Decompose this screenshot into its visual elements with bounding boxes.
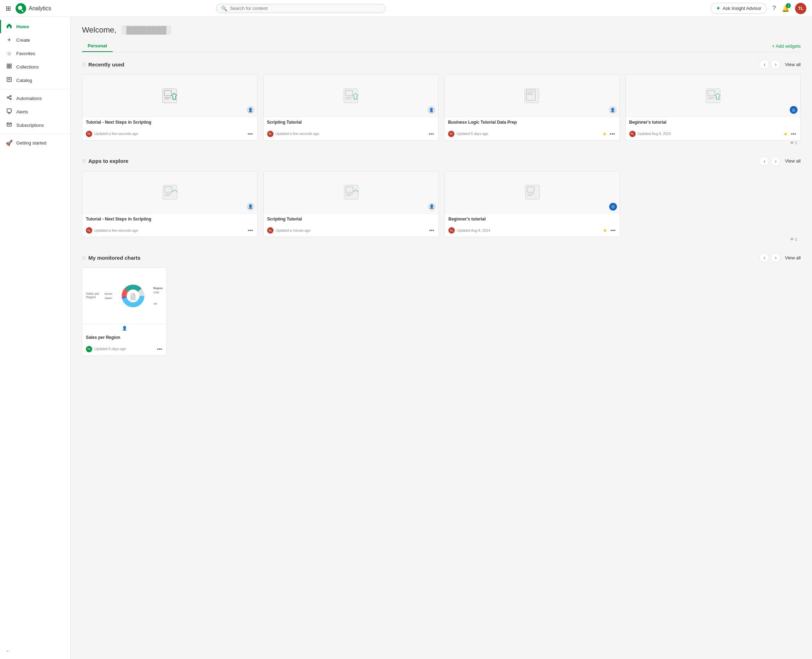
star-filled-4[interactable]: ★ (784, 131, 788, 137)
card-meta-1: Updated a few seconds ago (95, 132, 245, 136)
card-meta-a2: Updated a minute ago (276, 229, 426, 232)
star-icon: ☆ (6, 50, 13, 57)
card-body-2: Scripting Tutorial (263, 117, 438, 130)
sidebar-item-catalog[interactable]: Catalog (0, 74, 70, 87)
view-all-recently-used[interactable]: View all (785, 62, 801, 67)
insight-advisor-button[interactable]: ✦ Ask Insight Advisor (711, 3, 767, 14)
chart-card-user-badge: 👤 (82, 325, 166, 332)
search-input[interactable] (230, 6, 380, 11)
welcome-heading: Welcome, ████████ (82, 25, 801, 35)
star-filled-3[interactable]: ★ (602, 131, 607, 137)
sidebar-item-automations[interactable]: Automations (0, 91, 70, 105)
sidebar-divider-2 (0, 134, 70, 134)
card-footer-a3: TL Updated Aug 8, 2024 ★ ••• (445, 227, 620, 237)
view-all-apps[interactable]: View all (785, 158, 801, 164)
collections-icon (6, 63, 13, 70)
legend-japan: Japan (104, 296, 112, 300)
nav-actions: ✦ Ask Insight Advisor ? 🔔 1 TL (711, 3, 806, 14)
card-badge-a1: 👤 (247, 203, 254, 211)
sidebar-divider (0, 89, 70, 90)
star-filled-a3[interactable]: ★ (603, 227, 607, 233)
card-meta-3: Updated 6 days ago (457, 132, 600, 136)
legend-label: Region (153, 287, 163, 290)
sidebar-collapse-button[interactable]: ← (0, 645, 70, 656)
card-scripting-tutorial-2[interactable]: 👤 Scripting Tutorial TL Updated a minute… (263, 171, 439, 238)
automations-icon (6, 95, 13, 102)
card-thumb-2: 👤 (263, 74, 438, 117)
drag-handle-icon[interactable]: ⁞⁞ (82, 61, 85, 68)
nav-prev-recently-used[interactable]: ‹ (759, 59, 769, 69)
sidebar-label-favorites: Favorites (16, 51, 35, 56)
help-icon: ? (773, 5, 776, 12)
chart-card-title: Sales per Region (86, 335, 163, 341)
card-body-a1: Tutorial - Next Steps in Scripting (82, 214, 257, 227)
card-badge-3: 👤 (609, 106, 616, 114)
svg-point-10 (7, 97, 8, 98)
card-more-button-1[interactable]: ••• (247, 130, 254, 137)
main-content: Welcome, ████████ Personal + Add widgets… (71, 17, 812, 659)
card-footer-3: TL Updated 6 days ago ★ ••• (445, 130, 620, 140)
nav-next-monitored[interactable]: › (771, 253, 780, 263)
card-business-logic[interactable]: 👤 Business Logic Tutorial Data Prep TL U… (444, 74, 620, 140)
svg-rect-7 (7, 77, 11, 82)
nav-prev-monitored[interactable]: ‹ (759, 253, 769, 263)
drag-handle-apps-icon[interactable]: ⁞⁞ (82, 158, 85, 164)
card-more-button-4[interactable]: ••• (790, 130, 797, 137)
sidebar-item-collections[interactable]: Collections (0, 60, 70, 74)
sidebar-label-alerts: Alerts (16, 109, 28, 115)
card-badge-a3: ◎ (609, 203, 617, 211)
card-more-button-a2[interactable]: ••• (428, 227, 435, 234)
help-button[interactable]: ? (773, 5, 776, 12)
monitored-nav: ‹ › View all (759, 253, 801, 263)
qlik-logo[interactable]: Analytics (15, 3, 51, 14)
add-widgets-button[interactable]: + Add widgets (772, 43, 801, 49)
eye-icon: 👁 (790, 140, 794, 145)
card-avatar-a1: TL (86, 227, 92, 233)
svg-rect-3 (7, 64, 9, 66)
tab-personal[interactable]: Personal (82, 40, 113, 52)
grid-menu-icon[interactable]: ⊞ (6, 5, 11, 13)
sidebar-item-subscriptions[interactable]: Subscriptions (0, 118, 70, 132)
card-beginners-tutorial-1[interactable]: ◎ Beginner's tutorial TL Updated Aug 8, … (626, 74, 801, 140)
card-avatar-2: TL (267, 131, 273, 137)
svg-rect-15 (7, 109, 11, 112)
nav-next-recently-used[interactable]: › (771, 59, 780, 69)
card-beginners-tutorial-2[interactable]: ◎ Beginner's tutorial TL Updated Aug 8, … (445, 171, 620, 238)
collapse-icon: ← (6, 648, 10, 653)
card-body-a2: Scripting Tutorial (263, 214, 438, 227)
notifications-button[interactable]: 🔔 1 (782, 5, 789, 13)
sidebar-item-create[interactable]: + Create (0, 33, 70, 47)
app-thumb-icon (161, 87, 178, 105)
sidebar-item-alerts[interactable]: Alerts (0, 105, 70, 118)
section-apps-to-explore: ⁞⁞ Apps to explore ‹ › View all (82, 156, 801, 243)
apps-to-explore-views: 👁 1 (82, 237, 801, 243)
card-tutorial-scripting-2[interactable]: 👤 Tutorial - Next Steps in Scripting TL … (82, 171, 258, 238)
card-more-button-3[interactable]: ••• (609, 130, 616, 137)
card-body-4: Beginner's tutorial (626, 117, 801, 130)
donut-chart: 3.3% 12.3% 45.5% 26.9% (120, 283, 146, 309)
apps-to-explore-cards: 👤 Tutorial - Next Steps in Scripting TL … (82, 171, 801, 238)
chart-card-more-button[interactable]: ••• (156, 345, 163, 353)
search-bar[interactable]: 🔍 (216, 4, 386, 13)
monitored-charts-title: My monitored charts (88, 255, 140, 261)
nav-next-apps[interactable]: › (771, 156, 780, 166)
avatar[interactable]: TL (795, 3, 806, 14)
chart-card-avatar: TL (86, 346, 92, 352)
nav-prev-apps[interactable]: ‹ (759, 156, 769, 166)
drag-handle-monitored-icon[interactable]: ⁞⁞ (82, 254, 85, 261)
view-all-monitored[interactable]: View all (785, 255, 801, 260)
card-tutorial-scripting-1[interactable]: 👤 Tutorial - Next Steps in Scripting TL … (82, 74, 258, 140)
card-thumb-a2: 👤 (263, 171, 438, 214)
section-recently-used: ⁞⁞ Recently used ‹ › View all (82, 59, 801, 146)
spark-icon: ✦ (716, 5, 721, 12)
chart-card-sales-region[interactable]: Sales per Region Nordic Japan (82, 268, 167, 356)
card-more-button-a3[interactable]: ••• (610, 227, 616, 234)
layout: Home + Create ☆ Favorites Collections Ca… (0, 17, 812, 659)
card-more-button-a1[interactable]: ••• (247, 227, 254, 234)
sidebar-item-getting-started[interactable]: 🚀 Getting started (0, 136, 70, 150)
app-name: Analytics (28, 5, 51, 12)
sidebar-item-home[interactable]: Home (0, 20, 70, 33)
sidebar-item-favorites[interactable]: ☆ Favorites (0, 47, 70, 60)
card-scripting-tutorial-1[interactable]: 👤 Scripting Tutorial TL Updated a few se… (263, 74, 439, 140)
card-more-button-2[interactable]: ••• (428, 130, 435, 137)
